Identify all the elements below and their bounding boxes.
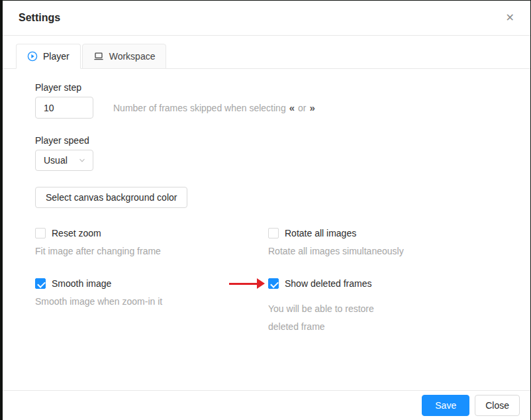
player-speed-label: Player speed bbox=[35, 135, 514, 146]
player-step-field: Player step Number of frames skipped whe… bbox=[35, 82, 514, 119]
play-circle-icon bbox=[27, 51, 38, 62]
double-left-chevron-icon: « bbox=[289, 102, 295, 113]
checkbox-box[interactable] bbox=[268, 228, 279, 238]
reset-zoom-item: Reset zoom Fit image after changing fram… bbox=[35, 226, 268, 256]
player-speed-field: Player speed Usual bbox=[35, 135, 514, 171]
select-canvas-background-color-button[interactable]: Select canvas background color bbox=[35, 187, 187, 208]
modal-header: Settings ✕ bbox=[3, 1, 530, 36]
save-button[interactable]: Save bbox=[422, 395, 469, 416]
player-step-label: Player step bbox=[35, 82, 514, 93]
player-step-hint: Number of frames skipped when selecting … bbox=[113, 102, 315, 113]
tab-workspace[interactable]: Workspace bbox=[82, 44, 167, 69]
tab-player[interactable]: Player bbox=[16, 44, 81, 69]
player-step-input[interactable] bbox=[35, 97, 93, 119]
player-step-hint-text: Number of frames skipped when selecting bbox=[113, 103, 286, 113]
checkbox-box[interactable] bbox=[268, 278, 279, 289]
settings-body: Player step Number of frames skipped whe… bbox=[3, 69, 530, 390]
show-deleted-frames-hint: You will be able to restore deleted fram… bbox=[268, 300, 394, 336]
modal-footer: Save Close bbox=[3, 390, 530, 420]
settings-tabbar: Player Workspace bbox=[3, 36, 530, 69]
close-button[interactable]: Close bbox=[475, 395, 520, 416]
checkbox-grid: Reset zoom Fit image after changing fram… bbox=[35, 226, 514, 336]
modal-title: Settings bbox=[19, 12, 60, 24]
smooth-image-label: Smooth image bbox=[52, 278, 111, 289]
double-right-chevron-icon: » bbox=[309, 102, 314, 113]
player-speed-select[interactable]: Usual bbox=[35, 150, 93, 171]
laptop-icon bbox=[93, 51, 104, 62]
show-deleted-frames-item: Show deleted frames You will be able to … bbox=[268, 276, 514, 336]
show-deleted-frames-checkbox[interactable]: Show deleted frames bbox=[268, 276, 514, 291]
tab-player-label: Player bbox=[43, 51, 70, 62]
chevron-down-icon bbox=[78, 156, 86, 164]
checkbox-box[interactable] bbox=[35, 278, 46, 289]
close-icon[interactable]: ✕ bbox=[503, 10, 517, 26]
show-deleted-frames-label: Show deleted frames bbox=[285, 278, 372, 289]
settings-modal: Settings ✕ Player Workspace Pl bbox=[3, 1, 530, 420]
tab-workspace-label: Workspace bbox=[109, 51, 156, 62]
rotate-all-images-label: Rotate all images bbox=[285, 228, 356, 238]
reset-zoom-hint: Fit image after changing frame bbox=[35, 246, 268, 256]
player-speed-value: Usual bbox=[44, 155, 68, 166]
smooth-image-hint: Smooth image when zoom-in it bbox=[35, 296, 268, 307]
red-arrow-annotation-icon bbox=[229, 278, 265, 289]
rotate-all-images-item: Rotate all images Rotate all images simu… bbox=[268, 226, 514, 256]
checkbox-box[interactable] bbox=[35, 228, 46, 238]
reset-zoom-checkbox[interactable]: Reset zoom bbox=[35, 226, 268, 240]
rotate-all-images-checkbox[interactable]: Rotate all images bbox=[268, 226, 514, 240]
player-step-hint-or: or bbox=[298, 103, 306, 113]
rotate-all-images-hint: Rotate all images simultaneously bbox=[268, 246, 514, 256]
reset-zoom-label: Reset zoom bbox=[52, 228, 101, 238]
